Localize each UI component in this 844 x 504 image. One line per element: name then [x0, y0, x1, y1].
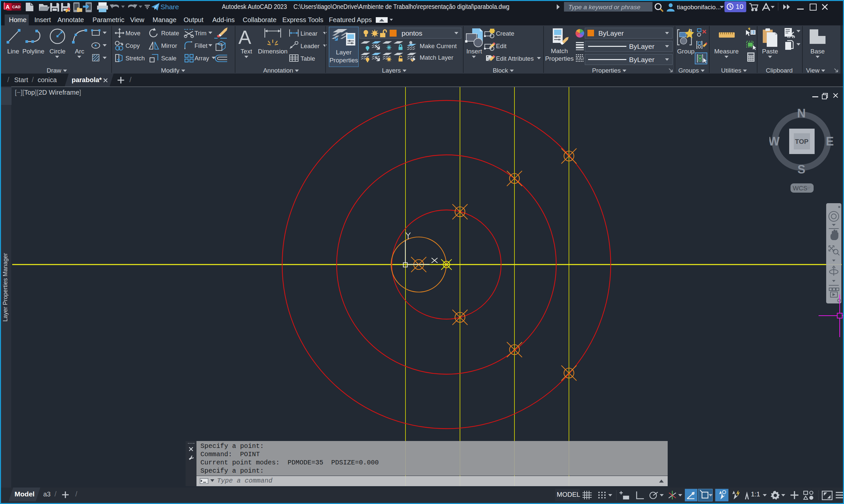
svg-text:E: E — [826, 134, 834, 148]
svg-text:A: A — [6, 4, 10, 10]
svg-text:CAD: CAD — [12, 5, 20, 9]
svg-text:TOP: TOP — [795, 138, 809, 145]
svg-text:S: S — [797, 163, 805, 176]
svg-text:N: N — [797, 107, 806, 120]
svg-text:W: W — [769, 134, 780, 148]
svg-text:WCS: WCS — [793, 185, 807, 192]
